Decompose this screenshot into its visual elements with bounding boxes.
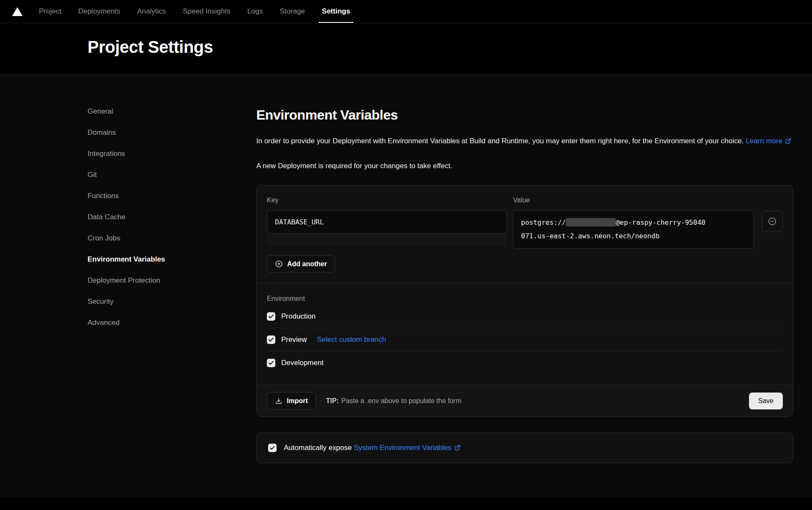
- sidebar-item-advanced[interactable]: Advanced: [88, 319, 120, 327]
- nav-tabs: Project Deployments Analytics Speed Insi…: [39, 0, 350, 23]
- sidebar-item-security[interactable]: Security: [88, 297, 113, 305]
- auto-expose-text: Automatically expose System Environment …: [284, 444, 461, 452]
- key-value-row: Key Value postgres://@ep-raspy-cherry-95…: [257, 185, 793, 249]
- nav-tab-deployments[interactable]: Deployments: [78, 0, 120, 23]
- nav-tab-logs[interactable]: Logs: [247, 0, 263, 23]
- preview-label: Preview: [281, 335, 307, 344]
- environment-label: Environment: [267, 295, 783, 303]
- minus-circle-icon: [768, 217, 777, 226]
- sidebar-item-data-cache[interactable]: Data Cache: [88, 213, 126, 221]
- intro-text: In order to provide your Deployment with…: [256, 137, 743, 145]
- remove-variable-button[interactable]: [762, 211, 783, 232]
- environment-targets: Environment Production Preview Selec: [257, 283, 793, 378]
- environment-row-preview: Preview Select custom branch: [267, 328, 783, 351]
- section-description: In order to provide your Deployment with…: [256, 134, 793, 148]
- environment-variables-section: Environment Variables In order to provid…: [256, 107, 793, 497]
- check-icon: [269, 361, 274, 365]
- settings-sidebar: General Domains Integrations Git Functio…: [88, 107, 256, 497]
- sidebar-item-cron-jobs[interactable]: Cron Jobs: [88, 234, 120, 242]
- sidebar-item-integrations[interactable]: Integrations: [88, 150, 125, 158]
- nav-tab-speed-insights[interactable]: Speed Insights: [183, 0, 230, 23]
- sidebar-item-general[interactable]: General: [88, 107, 113, 115]
- value-label: Value: [513, 196, 754, 204]
- system-env-variables-link[interactable]: System Environment Variables: [354, 444, 460, 452]
- redacted-secret-mask: [566, 218, 616, 226]
- plus-circle-icon: [275, 260, 283, 268]
- development-label: Development: [281, 359, 324, 367]
- download-icon: [275, 397, 283, 405]
- environment-row-production: Production: [267, 305, 783, 328]
- development-checkbox[interactable]: [267, 359, 275, 367]
- nav-tab-settings[interactable]: Settings: [322, 0, 350, 23]
- sidebar-item-git[interactable]: Git: [88, 171, 97, 179]
- sidebar-item-environment-variables[interactable]: Environment Variables: [88, 255, 165, 263]
- auto-expose-card: Automatically expose System Environment …: [256, 433, 793, 463]
- project-settings-page: Project Deployments Analytics Speed Insi…: [0, 0, 812, 510]
- key-input-panel: [267, 234, 507, 246]
- page-title: Project Settings: [88, 38, 812, 57]
- add-another-button[interactable]: Add another: [267, 255, 335, 273]
- check-icon: [270, 446, 275, 450]
- page-header: Project Settings: [0, 23, 812, 75]
- nav-tab-storage[interactable]: Storage: [280, 0, 305, 23]
- section-title: Environment Variables: [256, 107, 793, 123]
- vercel-logo-icon[interactable]: [12, 0, 23, 23]
- environment-row-development: Development: [267, 352, 783, 374]
- tip-text: TIP:Paste a .env above to populate the f…: [326, 397, 461, 405]
- content-area: General Domains Integrations Git Functio…: [0, 75, 812, 497]
- card-footer: Import TIP:Paste a .env above to populat…: [257, 385, 793, 417]
- learn-more-link[interactable]: Learn more: [746, 137, 791, 145]
- external-link-icon: [785, 138, 791, 144]
- external-link-icon: [454, 445, 461, 451]
- redeploy-note: A new Deployment is required for your ch…: [256, 161, 793, 171]
- auto-expose-checkbox[interactable]: [268, 444, 277, 452]
- production-label: Production: [281, 312, 315, 321]
- sidebar-item-functions[interactable]: Functions: [88, 192, 119, 200]
- key-label: Key: [267, 196, 507, 204]
- check-icon: [269, 338, 274, 342]
- top-navigation: Project Deployments Analytics Speed Insi…: [0, 0, 812, 23]
- env-variables-card: Key Value postgres://@ep-raspy-cherry-95…: [256, 185, 793, 417]
- sidebar-item-deployment-protection[interactable]: Deployment Protection: [88, 276, 160, 284]
- import-button[interactable]: Import: [267, 392, 316, 409]
- check-icon: [269, 314, 274, 319]
- sidebar-item-domains[interactable]: Domains: [88, 128, 116, 136]
- production-checkbox[interactable]: [267, 312, 275, 321]
- nav-tab-project[interactable]: Project: [39, 0, 61, 23]
- key-input[interactable]: [267, 210, 507, 234]
- nav-tab-analytics[interactable]: Analytics: [137, 0, 166, 23]
- preview-checkbox[interactable]: [267, 335, 275, 344]
- save-button[interactable]: Save: [749, 393, 783, 409]
- select-custom-branch-link[interactable]: Select custom branch: [317, 335, 386, 344]
- value-input[interactable]: postgres://@ep-raspy-cherry-95040 071.us…: [513, 210, 754, 249]
